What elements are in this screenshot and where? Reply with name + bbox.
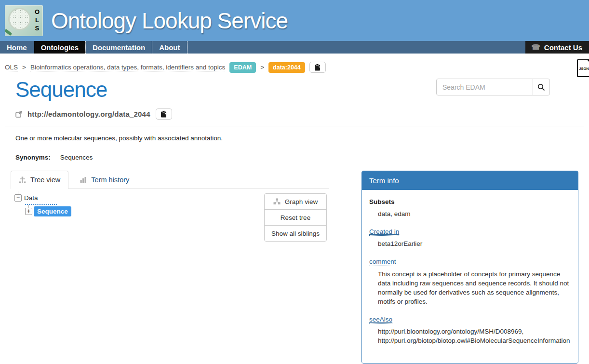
tree-drop-indicator <box>25 204 57 205</box>
reset-tree-button[interactable]: Reset tree <box>264 209 327 226</box>
edam-badge[interactable]: EDAM <box>229 62 256 73</box>
created-in-label[interactable]: Created in <box>369 228 399 236</box>
info-section-comment: comment This concept is a placeholder of… <box>369 258 571 306</box>
contact-us-label: Contact Us <box>544 43 582 52</box>
breadcrumb-separator: > <box>260 64 264 71</box>
graph-view-label: Graph view <box>285 198 318 205</box>
synonyms-value: Sequences <box>60 154 93 161</box>
see-also-label[interactable]: seeAlso <box>369 316 392 324</box>
breadcrumb: OLS > Bioinformatics operations, data ty… <box>5 62 589 73</box>
subsets-label: Subsets <box>369 198 395 206</box>
info-section-see-also: seeAlso http://purl.bioontology.org/onto… <box>369 316 571 346</box>
ols-logo[interactable]: O L S <box>5 5 43 36</box>
show-all-siblings-label: Show all siblings <box>271 230 320 237</box>
nav-contact-us[interactable]: ☎ Contact Us <box>525 41 589 54</box>
divider <box>5 126 584 126</box>
term-info-header: Term info <box>362 171 578 190</box>
tab-tree-view[interactable]: Tree view <box>11 171 68 189</box>
nav-item-home[interactable]: Home <box>0 41 34 54</box>
tree-node-sequence-label[interactable]: Sequence <box>34 206 71 216</box>
breadcrumb-ols-link[interactable]: OLS <box>5 64 18 71</box>
magnifier-handle-icon <box>4 28 12 36</box>
tree-icon <box>19 176 26 184</box>
graph-icon <box>273 198 281 205</box>
bar-chart-icon <box>80 176 87 183</box>
created-in-value: beta12orEarlier <box>378 239 571 248</box>
tab-tree-view-label: Tree view <box>30 176 60 184</box>
main-columns: Tree view Term history − Data + Sequ <box>11 171 578 364</box>
copy-iri-button[interactable] <box>156 108 172 120</box>
info-section-created-in: Created in beta12orEarlier <box>369 228 571 249</box>
term-info-column: Term info Subsets data, edam Created in … <box>361 171 578 364</box>
show-all-siblings-button[interactable]: Show all siblings <box>264 225 327 242</box>
nav-item-about[interactable]: About <box>152 41 187 54</box>
search-button[interactable] <box>533 79 550 95</box>
info-section-subsets: Subsets data, edam <box>369 198 571 218</box>
comment-label[interactable]: comment <box>369 258 396 266</box>
json-icon-label: JSON <box>578 67 589 71</box>
synonyms-row: Synonyms: Sequences <box>15 154 589 161</box>
external-link-icon <box>15 111 22 118</box>
term-info-body: Subsets data, edam Created in beta12orEa… <box>362 190 578 363</box>
nav-item-documentation[interactable]: Documentation <box>86 41 152 54</box>
tab-term-history[interactable]: Term history <box>72 171 137 189</box>
reset-tree-label: Reset tree <box>281 214 310 221</box>
tab-term-history-label: Term history <box>91 176 129 184</box>
search-input[interactable] <box>436 79 533 95</box>
phone-icon: ☎ <box>531 43 540 52</box>
subsets-value: data, edam <box>378 209 571 218</box>
search-icon <box>537 83 545 91</box>
synonyms-label: Synonyms: <box>15 154 51 161</box>
tree-button-group: Graph view Reset tree Show all siblings <box>264 193 327 242</box>
nav-item-ontologies[interactable]: Ontologies <box>34 41 86 54</box>
tab-bar: Tree view Term history <box>11 171 329 189</box>
term-iri[interactable]: http://edamontology.org/data_2044 <box>27 110 150 118</box>
site-title: Ontology Lookup Service <box>51 8 288 34</box>
copy-term-id-button[interactable] <box>309 62 326 73</box>
iri-row: http://edamontology.org/data_2044 <box>15 108 589 120</box>
search-group <box>436 79 550 95</box>
graph-view-button[interactable]: Graph view <box>264 193 327 210</box>
clipboard-icon <box>161 110 167 118</box>
json-download-icon[interactable]: JSON <box>577 59 589 77</box>
tree-node-data-label[interactable]: Data <box>23 194 39 202</box>
tree-panel: Tree view Term history − Data + Sequ <box>11 171 329 364</box>
term-info-panel: Term info Subsets data, edam Created in … <box>361 171 578 364</box>
expand-icon[interactable]: + <box>25 208 32 215</box>
collapse-icon[interactable]: − <box>14 194 22 202</box>
term-id-badge: data:2044 <box>268 62 305 73</box>
see-also-value: http://purl.bioontology.org/ontology/MSH… <box>378 327 571 345</box>
breadcrumb-ontology-link[interactable]: Bioinformatics operations, data types, f… <box>30 64 225 71</box>
clipboard-icon <box>314 64 321 71</box>
term-description: One or more molecular sequences, possibl… <box>15 135 589 142</box>
breadcrumb-separator: > <box>22 64 26 71</box>
site-header: O L S Ontology Lookup Service <box>0 0 589 41</box>
main-nav: Home Ontologies Documentation About ☎ Co… <box>0 41 589 54</box>
ols-logo-text: O L S <box>35 8 40 32</box>
comment-value: This concept is a placeholder of concept… <box>378 270 571 306</box>
magnifier-lens-icon <box>8 8 31 30</box>
